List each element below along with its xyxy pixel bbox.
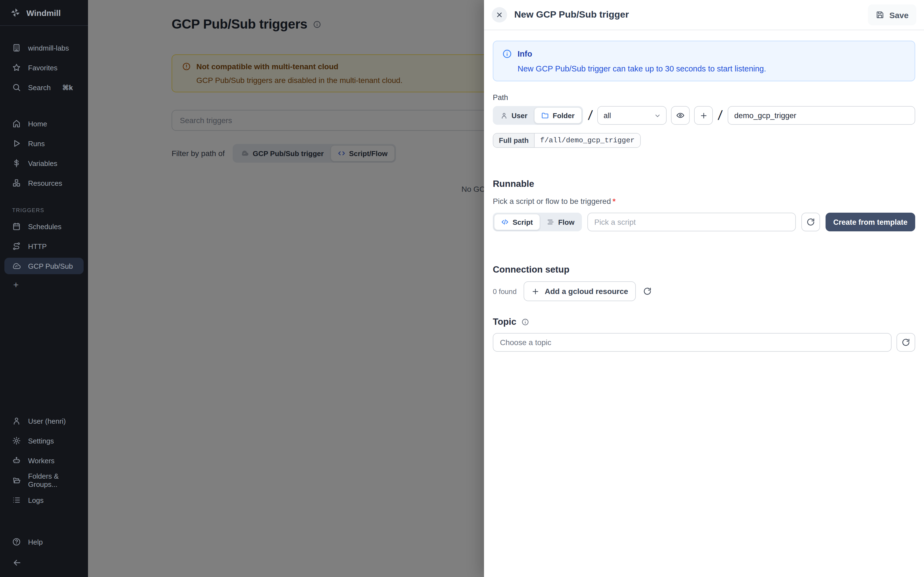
- sidebar-item-gcp-pubsub[interactable]: GCP Pub/Sub: [5, 258, 84, 274]
- sidebar-item-label: HTTP: [28, 242, 47, 250]
- sidebar-top-group: windmill-labs Favorites Search ⌘k: [0, 38, 88, 97]
- sidebar-item-workers[interactable]: Workers: [0, 451, 88, 471]
- boxes-icon: [12, 179, 21, 187]
- home-icon: [12, 119, 21, 128]
- calendar-icon: [12, 222, 21, 231]
- sidebar-bottom-group: User (henri) Settings Workers Folders & …: [0, 411, 88, 577]
- sidebar-item-label: GCP Pub/Sub: [28, 262, 73, 270]
- sidebar-nav-group: Home Runs Variables Resources: [0, 114, 88, 193]
- windmill-logo-icon: [10, 7, 21, 18]
- folder-icon: [541, 111, 549, 119]
- refresh-resources-button[interactable]: [643, 287, 652, 296]
- app-root: Windmill windmill-labs Favorites Searc: [0, 0, 924, 577]
- collapse-sidebar-button[interactable]: [0, 553, 88, 572]
- robot-icon: [12, 456, 21, 465]
- refresh-icon: [806, 218, 815, 226]
- runnable-flow-option[interactable]: Flow: [540, 214, 581, 230]
- app-title: Windmill: [26, 8, 61, 17]
- trigger-name-input[interactable]: [728, 106, 915, 125]
- sidebar-item-label: Runs: [28, 139, 45, 148]
- search-shortcut: ⌘k: [62, 83, 73, 92]
- chevron-down-icon: [654, 112, 661, 119]
- full-path-value: f/all/demo_gcp_trigger: [535, 134, 640, 147]
- required-asterisk: *: [613, 197, 616, 206]
- sidebar-item-workspace[interactable]: windmill-labs: [0, 38, 88, 58]
- topic-select[interactable]: Choose a topic: [493, 333, 892, 352]
- save-icon: [876, 10, 884, 19]
- owner-user-option[interactable]: User: [494, 107, 534, 124]
- close-drawer-button[interactable]: [492, 7, 507, 23]
- refresh-scripts-button[interactable]: [801, 213, 820, 231]
- full-path-label: Full path: [493, 134, 535, 147]
- sidebar-item-search[interactable]: Search ⌘k: [0, 77, 88, 97]
- runnable-description-text: Pick a script or flow to be triggered: [493, 197, 611, 206]
- sidebar-item-user[interactable]: User (henri): [0, 411, 88, 431]
- sidebar-item-label: Favorites: [28, 63, 58, 72]
- bars-staggered-icon: [547, 218, 554, 226]
- gear-icon: [12, 436, 21, 445]
- sidebar-item-label: Help: [28, 538, 43, 546]
- sidebar-item-folders-groups[interactable]: Folders & Groups...: [0, 471, 88, 490]
- path-separator: /: [717, 108, 723, 123]
- triggers-section-label: TRIGGERS: [0, 207, 88, 213]
- plus-icon: [531, 287, 540, 295]
- sidebar-item-label: Variables: [28, 159, 57, 167]
- refresh-icon: [901, 338, 910, 347]
- sidebar-item-home[interactable]: Home: [0, 114, 88, 134]
- save-button[interactable]: Save: [868, 5, 916, 25]
- owner-folder-option[interactable]: Folder: [534, 107, 582, 124]
- runnable-script-label: Script: [513, 218, 533, 226]
- create-from-template-button[interactable]: Create from template: [825, 213, 915, 231]
- path-separator: /: [587, 108, 593, 123]
- star-icon: [12, 63, 21, 72]
- sidebar-item-label: Settings: [28, 437, 54, 445]
- add-folder-button[interactable]: [695, 106, 713, 125]
- add-trigger-kind-button[interactable]: +: [0, 276, 88, 295]
- sidebar-item-favorites[interactable]: Favorites: [0, 58, 88, 77]
- sidebar-item-settings[interactable]: Settings: [0, 431, 88, 451]
- info-icon[interactable]: [522, 318, 529, 326]
- pick-script-input[interactable]: [588, 213, 796, 231]
- connection-row: 0 found Add a gcloud resource: [493, 281, 915, 301]
- play-icon: [12, 139, 21, 148]
- topic-heading-row: Topic: [493, 316, 915, 327]
- plus-icon: [699, 111, 708, 119]
- sidebar-item-label: Folders & Groups...: [28, 472, 88, 488]
- runnable-heading: Runnable: [493, 179, 915, 189]
- folder-select[interactable]: all: [598, 106, 667, 125]
- route-icon: [12, 242, 21, 251]
- search-icon: [12, 83, 21, 92]
- plus-icon: +: [13, 280, 19, 291]
- sidebar-item-logs[interactable]: Logs: [0, 490, 88, 510]
- eye-icon: [676, 111, 685, 120]
- info-alert-header: Info: [502, 49, 906, 59]
- sidebar-item-http[interactable]: HTTP: [0, 236, 88, 256]
- refresh-icon: [643, 287, 652, 296]
- refresh-topics-button[interactable]: [897, 333, 915, 352]
- add-gcloud-resource-button[interactable]: Add a gcloud resource: [524, 281, 636, 301]
- runnable-flow-label: Flow: [558, 218, 575, 226]
- sidebar-item-label: User (henri): [28, 417, 66, 425]
- drawer-header: New GCP Pub/Sub trigger Save: [484, 0, 924, 30]
- sidebar-item-schedules[interactable]: Schedules: [0, 216, 88, 236]
- building-icon: [12, 44, 21, 52]
- logo-row[interactable]: Windmill: [0, 0, 88, 25]
- sidebar-item-resources[interactable]: Resources: [0, 173, 88, 193]
- sidebar-item-label: Workers: [28, 456, 55, 465]
- sidebar-triggers-group: Schedules HTTP GCP Pub/Sub +: [0, 216, 88, 295]
- user-icon: [12, 417, 21, 425]
- folder-select-value: all: [604, 111, 611, 119]
- view-folder-button[interactable]: [671, 106, 690, 125]
- full-path-badge: Full path f/all/demo_gcp_trigger: [493, 133, 641, 148]
- runnable-description: Pick a script or flow to be triggered*: [493, 197, 915, 206]
- sidebar-item-variables[interactable]: Variables: [0, 153, 88, 173]
- sidebar-spacer: [0, 295, 88, 411]
- dollar-icon: [12, 159, 21, 168]
- sidebar-item-help[interactable]: Help: [0, 532, 88, 552]
- connection-setup-heading: Connection setup: [493, 264, 915, 275]
- drawer-title: New GCP Pub/Sub trigger: [514, 9, 629, 20]
- runnable-script-option[interactable]: Script: [494, 214, 540, 230]
- sidebar-item-runs[interactable]: Runs: [0, 134, 88, 153]
- user-icon: [501, 112, 508, 119]
- info-circle-icon: [502, 49, 512, 59]
